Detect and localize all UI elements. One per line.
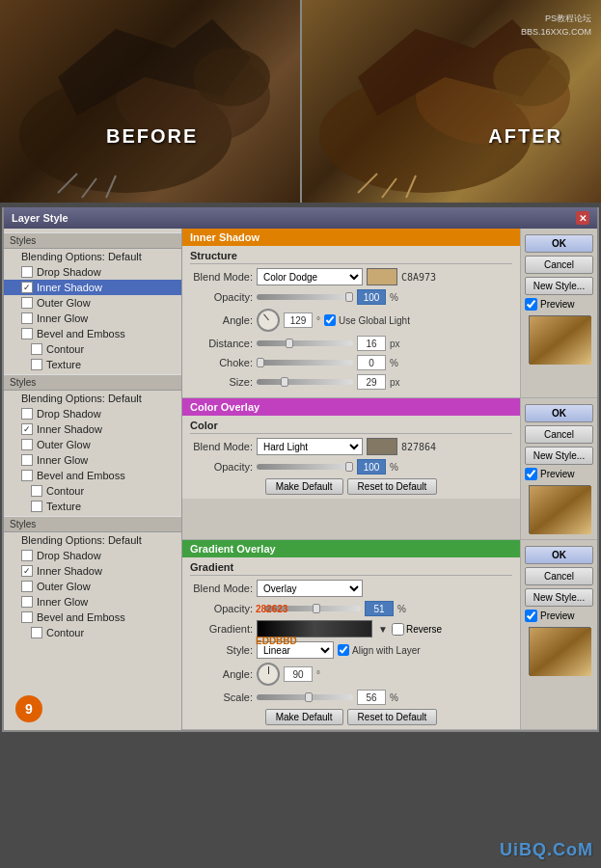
align-layer-checkbox-3[interactable] <box>338 644 349 656</box>
sidebar-item-inner-glow-3[interactable]: Inner Glow <box>4 594 181 610</box>
blend-color-swatch-2[interactable] <box>367 438 397 455</box>
ok-button-3[interactable]: OK <box>525 546 593 564</box>
reset-default-button-2[interactable]: Reset to Default <box>347 478 438 495</box>
reset-default-button-3[interactable]: Reset to Default <box>347 709 438 725</box>
opacity-slider-2[interactable] <box>257 464 353 470</box>
ok-button-2[interactable]: OK <box>525 404 593 422</box>
bevel-checkbox-3[interactable] <box>21 611 33 623</box>
cancel-button-2[interactable]: Cancel <box>525 425 593 444</box>
color-overlay-subtitle: Color <box>190 420 512 434</box>
sidebar-item-contour-2[interactable]: Contour <box>4 483 181 499</box>
drop-shadow-checkbox-2[interactable] <box>21 408 33 420</box>
sidebar-item-inner-shadow-2[interactable]: ✓ Inner Shadow <box>4 421 181 437</box>
inner-glow-checkbox-3[interactable] <box>21 596 33 608</box>
texture-checkbox-2[interactable] <box>31 501 42 512</box>
blend-color-swatch-1[interactable] <box>367 268 397 285</box>
contour-checkbox-2[interactable] <box>31 485 42 497</box>
angle-dial-1[interactable] <box>257 309 280 332</box>
sidebar-item-inner-shadow-3[interactable]: ✓ Inner Shadow <box>4 563 181 579</box>
distance-value-1[interactable]: 16 <box>357 336 386 351</box>
sidebar-item-outer-glow-2[interactable]: Outer Glow <box>4 437 181 452</box>
contour-checkbox-3[interactable] <box>31 627 42 638</box>
angle-value-1[interactable]: 129 <box>284 312 313 328</box>
inner-shadow-checkbox-2[interactable]: ✓ <box>21 423 33 435</box>
opacity-value-3[interactable]: 51 <box>365 601 394 616</box>
sidebar-item-blending-3[interactable]: Blending Options: Default <box>4 532 181 548</box>
choke-value-1[interactable]: 0 <box>357 355 386 370</box>
reverse-checkbox-3[interactable] <box>392 623 404 636</box>
opacity-value-2[interactable]: 100 <box>357 459 386 475</box>
sidebar-item-inner-shadow-1[interactable]: ✓ Inner Shadow <box>4 280 181 295</box>
inner-glow-checkbox-1[interactable] <box>21 312 33 324</box>
preview-checkbox-3[interactable] <box>525 610 537 622</box>
ok-button-1[interactable]: OK <box>525 234 593 253</box>
angle-needle-3 <box>268 666 269 674</box>
outer-glow-checkbox-3[interactable] <box>21 581 33 592</box>
opacity-thumb-2[interactable] <box>345 462 353 472</box>
new-style-button-2[interactable]: New Style... <box>525 447 593 465</box>
distance-thumb-1[interactable] <box>286 339 293 348</box>
make-default-button-2[interactable]: Make Default <box>265 478 343 495</box>
outer-glow-checkbox-2[interactable] <box>21 439 33 450</box>
size-slider-1[interactable] <box>257 379 353 385</box>
blend-mode-select-2[interactable]: Hard Light <box>257 438 363 455</box>
sidebar-item-bevel-2[interactable]: Bevel and Emboss <box>4 468 181 483</box>
gradient-overlay-header: Gradient Overlay <box>182 540 520 557</box>
outer-glow-checkbox-1[interactable] <box>21 297 33 309</box>
drop-shadow-checkbox-1[interactable] <box>21 266 33 278</box>
sidebar-item-outer-glow-3[interactable]: Outer Glow <box>4 579 181 594</box>
blend-mode-select-1[interactable]: Color Dodge <box>257 268 363 285</box>
bevel-label-3: Bevel and Emboss <box>37 611 125 623</box>
drop-shadow-checkbox-3[interactable] <box>21 550 33 561</box>
opacity-thumb-3[interactable] <box>313 604 320 613</box>
preview-checkbox-2[interactable] <box>525 468 537 480</box>
preview-checkbox-1[interactable] <box>525 298 537 311</box>
new-style-button-1[interactable]: New Style... <box>525 277 593 295</box>
cancel-button-3[interactable]: Cancel <box>525 567 593 585</box>
size-value-1[interactable]: 29 <box>357 374 386 390</box>
scale-thumb-3[interactable] <box>305 692 313 702</box>
opacity-thumb-1[interactable] <box>345 292 353 302</box>
angle-dial-3[interactable] <box>257 663 280 686</box>
choke-thumb-1[interactable] <box>257 358 264 367</box>
angle-value-3[interactable]: 90 <box>284 666 313 682</box>
sidebar-item-drop-shadow-2[interactable]: Drop Shadow <box>4 406 181 421</box>
inner-shadow-checkbox-1[interactable]: ✓ <box>21 282 33 293</box>
gradient-dropdown-arrow[interactable]: ▼ <box>378 624 388 635</box>
sidebar-item-texture-2[interactable]: Texture <box>4 499 181 514</box>
sidebar-item-bevel-3[interactable]: Bevel and Emboss <box>4 610 181 625</box>
scale-value-3[interactable]: 56 <box>357 690 386 705</box>
bevel-checkbox-2[interactable] <box>21 470 33 481</box>
close-button[interactable]: ✕ <box>576 211 589 225</box>
choke-slider-1[interactable] <box>257 360 353 366</box>
global-light-checkbox-1[interactable] <box>324 314 336 326</box>
blend-mode-select-3[interactable]: Overlay <box>257 580 363 597</box>
svg-rect-14 <box>530 316 591 365</box>
preview-label-3: Preview <box>540 610 575 621</box>
make-default-button-3[interactable]: Make Default <box>265 709 343 725</box>
opacity-slider-1[interactable] <box>257 294 353 300</box>
distance-slider-1[interactable] <box>257 340 353 346</box>
opacity-value-1[interactable]: 100 <box>357 289 386 305</box>
new-style-button-3[interactable]: New Style... <box>525 588 593 607</box>
cancel-button-1[interactable]: Cancel <box>525 256 593 274</box>
uibq-watermark: UiBQ.CoM <box>500 840 593 860</box>
sidebar-item-outer-glow-1[interactable]: Outer Glow <box>4 295 181 311</box>
sidebar-item-drop-shadow-1[interactable]: Drop Shadow <box>4 264 181 280</box>
sidebar-item-contour-3[interactable]: Contour <box>4 625 181 640</box>
sidebar-item-inner-glow-2[interactable]: Inner Glow <box>4 452 181 468</box>
sidebar-item-blending-1[interactable]: Blending Options: Default <box>4 249 181 264</box>
sidebar-item-contour-1[interactable]: Contour <box>4 341 181 357</box>
sidebar-item-texture-1[interactable]: Texture <box>4 357 181 372</box>
sidebar-item-inner-glow-1[interactable]: Inner Glow <box>4 311 181 326</box>
sidebar-item-blending-2[interactable]: Blending Options: Default <box>4 391 181 406</box>
inner-shadow-checkbox-3[interactable]: ✓ <box>21 565 33 577</box>
inner-glow-checkbox-2[interactable] <box>21 454 33 466</box>
contour-checkbox-1[interactable] <box>31 343 42 355</box>
sidebar-item-drop-shadow-3[interactable]: Drop Shadow <box>4 548 181 563</box>
sidebar-item-bevel-1[interactable]: Bevel and Emboss <box>4 326 181 341</box>
texture-checkbox-1[interactable] <box>31 359 42 370</box>
bevel-checkbox-1[interactable] <box>21 328 33 339</box>
scale-slider-3[interactable] <box>257 694 353 700</box>
size-thumb-1[interactable] <box>281 377 288 387</box>
